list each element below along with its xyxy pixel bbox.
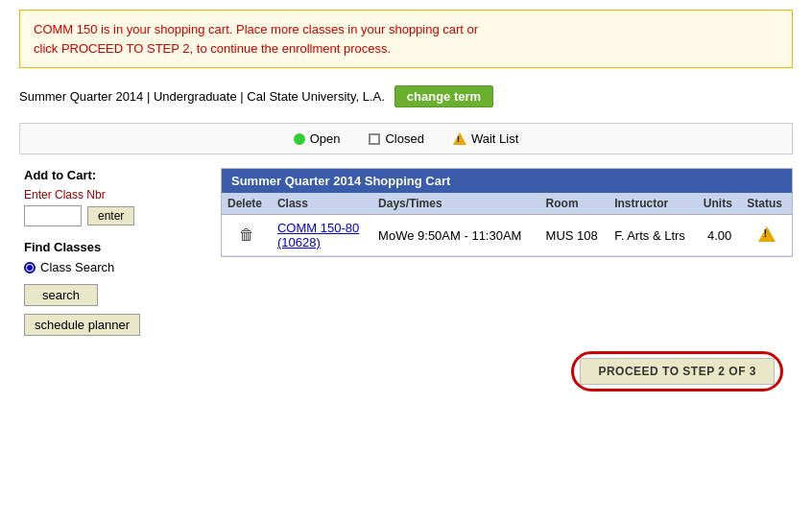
instructor-cell: F. Arts & Ltrs [609, 215, 698, 256]
room-cell: MUS 108 [540, 215, 609, 256]
waitlist-label: Wait List [471, 131, 518, 146]
enter-button[interactable]: enter [87, 206, 134, 225]
col-units: Units [698, 193, 741, 215]
alert-text-line2: click PROCEED TO STEP 2, to continue the… [34, 41, 391, 56]
enter-class-row: enter [24, 205, 206, 226]
cart-table-header-row: Delete Class Days/Times Room Instructor … [222, 193, 792, 215]
col-instructor: Instructor [609, 193, 698, 215]
waitlist-icon [453, 132, 466, 145]
delete-cell: 🗑 [222, 215, 272, 256]
alert-text-line1: COMM 150 is in your shopping cart. Place… [34, 22, 478, 36]
cart-table: Delete Class Days/Times Room Instructor … [222, 193, 792, 256]
find-classes-title: Find Classes [24, 240, 206, 254]
term-bar: Summer Quarter 2014 | Undergraduate | Ca… [19, 85, 793, 107]
delete-icon[interactable]: 🗑 [239, 226, 254, 243]
legend-open: Open [294, 131, 341, 146]
proceed-area: Proceed To Step 2 Of 3 [19, 351, 793, 392]
alert-box: COMM 150 is in your shopping cart. Place… [19, 10, 793, 68]
open-label: Open [310, 131, 341, 146]
schedule-planner-button[interactable]: schedule planner [24, 314, 140, 336]
proceed-button-ring: Proceed To Step 2 Of 3 [571, 351, 783, 392]
shopping-cart-table-wrapper: Summer Quarter 2014 Shopping Cart Delete… [221, 168, 793, 257]
status-cell [741, 215, 792, 256]
legend-closed: Closed [369, 131, 423, 146]
class-search-label: Class Search [40, 260, 114, 274]
change-term-button[interactable]: change term [394, 85, 493, 107]
col-days-times: Days/Times [372, 193, 539, 215]
class-search-radio[interactable] [24, 262, 36, 273]
proceed-button[interactable]: Proceed To Step 2 Of 3 [580, 358, 775, 385]
col-class: Class [272, 193, 372, 215]
enter-class-label: Enter Class Nbr [24, 188, 206, 202]
col-status: Status [741, 193, 792, 215]
right-panel: Summer Quarter 2014 Shopping Cart Delete… [221, 168, 793, 336]
legend-bar: Open Closed Wait List [19, 123, 793, 154]
days-times-cell: MoWe 9:50AM - 11:30AM [372, 215, 539, 256]
add-to-cart-title: Add to Cart: [24, 168, 206, 182]
search-button[interactable]: search [24, 284, 98, 306]
class-link[interactable]: COMM 150-80(10628) [277, 221, 359, 249]
radio-inner [27, 265, 33, 271]
col-room: Room [540, 193, 609, 215]
term-text: Summer Quarter 2014 | Undergraduate | Ca… [19, 89, 385, 104]
units-cell: 4.00 [698, 215, 741, 256]
col-delete: Delete [222, 193, 272, 215]
main-content: Add to Cart: Enter Class Nbr enter Find … [19, 168, 793, 336]
class-search-radio-row[interactable]: Class Search [24, 260, 206, 274]
waitlist-status-icon [758, 226, 776, 242]
left-panel: Add to Cart: Enter Class Nbr enter Find … [19, 168, 211, 336]
closed-label: Closed [385, 131, 423, 146]
closed-icon [369, 133, 380, 145]
legend-waitlist: Wait List [453, 131, 518, 146]
class-cell: COMM 150-80(10628) [272, 215, 372, 256]
table-row: 🗑COMM 150-80(10628)MoWe 9:50AM - 11:30AM… [222, 215, 792, 256]
cart-title: Summer Quarter 2014 Shopping Cart [222, 169, 792, 193]
class-nbr-input[interactable] [24, 205, 82, 226]
open-icon [294, 133, 305, 145]
